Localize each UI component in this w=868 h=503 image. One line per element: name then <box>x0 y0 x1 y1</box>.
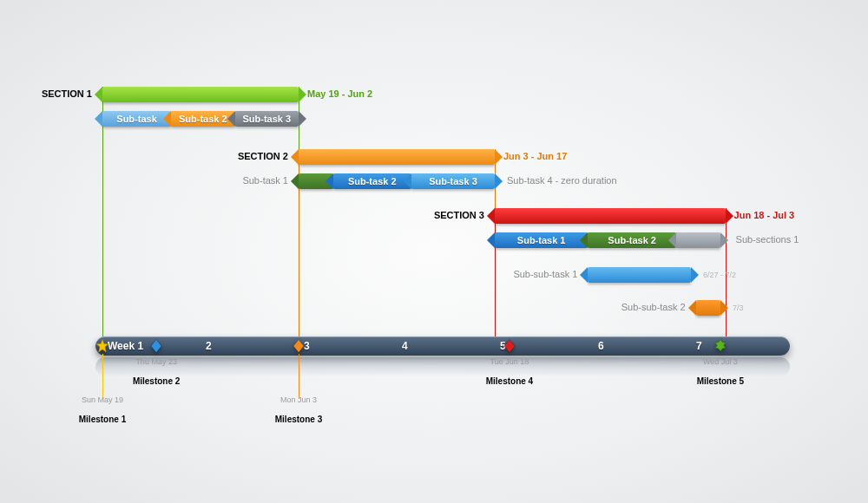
gantt-timeline: SECTION 1May 19 - Jun 2Sub-taskSub-task … <box>95 0 790 503</box>
section-2-range: Jun 3 - Jun 17 <box>503 151 567 161</box>
milestone-2-label: Milestone 2 <box>117 376 195 386</box>
s3-sub-0: Sub-task 1 <box>495 232 588 248</box>
section-1-bar <box>102 87 299 102</box>
s1-sub-1: Sub-task 2 <box>171 111 234 127</box>
milestone-3-label: Milestone 3 <box>260 415 338 424</box>
subsub-1-date: 6/27 - 7/2 <box>703 271 736 279</box>
milestone-3-date: Mon Jun 3 <box>268 395 329 404</box>
timeline-axis: Week 1234567 <box>95 336 790 356</box>
axis-tick-7: 7 <box>696 336 702 356</box>
s2-sub-2: Sub-task 3 <box>411 173 495 189</box>
milestone-1-marker <box>95 338 110 354</box>
milestone-2-marker <box>148 338 164 354</box>
subsub-1-bar <box>588 267 691 283</box>
milestone-3-marker <box>291 338 306 354</box>
section-3-range: Jun 18 - Jul 3 <box>734 210 795 220</box>
axis-reflection <box>95 357 790 376</box>
section-1-range: May 19 - Jun 2 <box>307 88 372 99</box>
section-2-bar <box>299 149 495 165</box>
milestone-5-date: Wed Jul 3 <box>690 357 751 366</box>
guide <box>495 208 496 336</box>
milestone-4-marker <box>502 338 517 354</box>
milestone-5-marker <box>713 338 728 354</box>
section-1-title: SECTION 1 <box>42 88 92 99</box>
section-3-title: SECTION 3 <box>434 210 484 220</box>
s2-sub-1: Sub-task 2 <box>333 173 411 189</box>
milestone-4-date: Tue Jun 18 <box>479 357 540 366</box>
s1-sub-2: Sub-task 3 <box>235 111 299 127</box>
axis-tick-4: 4 <box>402 336 408 356</box>
axis-tick-2: 2 <box>206 336 212 356</box>
s3-right-lbl: Sub-sections 1 <box>736 234 799 245</box>
subsub-1-lbl: Sub-sub-task 1 <box>513 269 577 279</box>
s3-sub-1: Sub-task 2 <box>588 232 676 248</box>
section-2-title: SECTION 2 <box>238 151 288 161</box>
milestone-1-label: Milestone 1 <box>63 415 141 424</box>
s2-right-lbl: Sub-task 4 - zero duration <box>507 175 617 186</box>
subsub-2-lbl: Sub-sub-task 2 <box>621 302 686 312</box>
milestone-3-stick <box>299 354 299 399</box>
milestone-4-label: Milestone 4 <box>470 376 549 386</box>
milestone-1-date: Sun May 19 <box>72 395 133 404</box>
s3-sub-2 <box>676 232 720 248</box>
section-3-bar <box>495 208 726 224</box>
milestone-1-stick <box>102 354 103 399</box>
milestone-5-label: Milestone 5 <box>681 376 760 386</box>
subsub-2-bar <box>696 300 720 316</box>
milestone-2-date: Thu May 23 <box>126 357 187 366</box>
subsub-2-date: 7/3 <box>733 304 744 312</box>
axis-tick-6: 6 <box>598 336 604 356</box>
s2-left-lbl: Sub-task 1 <box>242 175 288 186</box>
axis-tick-1: Week 1 <box>108 336 143 356</box>
s1-sub-0: Sub-task <box>102 111 171 127</box>
